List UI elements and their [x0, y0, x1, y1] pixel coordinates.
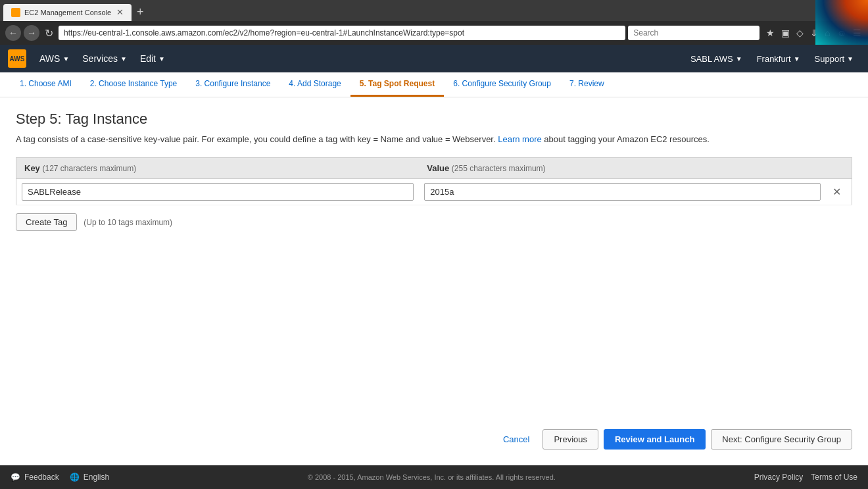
account-caret-icon: ▼ — [736, 55, 742, 63]
region-caret-icon: ▼ — [794, 55, 800, 63]
account-menu[interactable]: SABL AWS ▼ — [684, 54, 749, 64]
language-selector[interactable]: 🌐 English — [70, 473, 109, 482]
create-tag-hint: (Up to 10 tags maximum) — [84, 218, 172, 227]
aws-logo: AWS — [8, 49, 26, 68]
learn-more-link[interactable]: Learn more — [498, 134, 541, 144]
browser-tab[interactable]: EC2 Management Console ✕ — [3, 4, 132, 21]
page-footer: 💬 Feedback 🌐 English © 2008 - 2015, Amaz… — [0, 465, 868, 489]
step-5-tag-spot-request[interactable]: 5. Tag Spot Request — [350, 72, 444, 97]
terms-of-use-link[interactable]: Terms of Use — [811, 473, 857, 482]
support-caret-icon: ▼ — [847, 55, 854, 63]
services-caret-icon: ▼ — [120, 55, 127, 63]
browser-search-input[interactable] — [628, 26, 760, 40]
feedback-button[interactable]: 💬 Feedback — [11, 473, 59, 482]
address-bar[interactable] — [59, 26, 625, 40]
back-button[interactable]: ← — [5, 25, 21, 41]
feedback-icon: 💬 — [11, 473, 20, 482]
delete-tag-button[interactable]: ✕ — [831, 184, 842, 199]
step-4-add-storage[interactable]: 4. Add Storage — [279, 72, 350, 97]
step-navigation: 1. Choose AMI 2. Choose Instance Type 3.… — [0, 72, 868, 97]
pocket-icon[interactable]: ◇ — [795, 26, 805, 39]
privacy-policy-link[interactable]: Privacy Policy — [754, 473, 804, 482]
cancel-button[interactable]: Cancel — [495, 430, 537, 448]
aws-caret-icon: ▼ — [62, 55, 69, 63]
col-key-header: Key (127 characters maximum) — [16, 158, 420, 179]
review-launch-button[interactable]: Review and Launch — [604, 429, 706, 450]
edit-menu[interactable]: Edit ▼ — [133, 53, 172, 64]
tab-title: EC2 Management Console — [24, 9, 111, 16]
previous-button[interactable]: Previous — [542, 429, 598, 450]
step-1-choose-ami[interactable]: 1. Choose AMI — [11, 72, 81, 97]
step-3-configure-instance[interactable]: 3. Configure Instance — [186, 72, 279, 97]
copyright-text: © 2008 - 2015, Amazon Web Services, Inc.… — [308, 473, 556, 481]
step-2-choose-instance-type[interactable]: 2. Choose Instance Type — [81, 72, 187, 97]
new-tab-button[interactable]: + — [137, 5, 144, 19]
edit-caret-icon: ▼ — [158, 55, 165, 63]
aws-header: AWS AWS ▼ Services ▼ Edit ▼ SABL AWS ▼ F… — [0, 45, 868, 72]
support-menu[interactable]: Support ▼ — [808, 54, 860, 64]
reader-icon[interactable]: ▣ — [780, 26, 791, 39]
table-row: ✕ — [16, 179, 852, 205]
tag-table: Key (127 characters maximum) Value (255 … — [16, 157, 852, 205]
aws-label[interactable]: AWS ▼ — [33, 53, 76, 64]
globe-icon: 🌐 — [70, 473, 80, 482]
tab-close-icon[interactable]: ✕ — [116, 7, 124, 17]
forward-button[interactable]: → — [24, 25, 39, 41]
page-title: Step 5: Tag Instance — [16, 111, 852, 128]
col-action-header — [826, 158, 852, 179]
bookmark-icon[interactable]: ★ — [765, 26, 776, 39]
region-menu[interactable]: Frankfurt ▼ — [750, 54, 807, 64]
col-value-header: Value (255 characters maximum) — [419, 158, 825, 179]
page-description: A tag consists of a case-sensitive key-v… — [16, 134, 852, 144]
next-configure-security-button[interactable]: Next: Configure Security Group — [711, 429, 852, 450]
tab-favicon — [11, 8, 20, 17]
browser-decoration — [815, 0, 868, 45]
services-menu[interactable]: Services ▼ — [76, 53, 133, 64]
step-7-review[interactable]: 7. Review — [560, 72, 614, 97]
step-6-configure-security-group[interactable]: 6. Configure Security Group — [444, 72, 560, 97]
footer-actions: Cancel Previous Review and Launch Next: … — [495, 429, 852, 450]
tag-key-input[interactable] — [22, 183, 414, 201]
reload-button[interactable]: ↻ — [42, 27, 56, 39]
tag-value-input[interactable] — [424, 183, 820, 201]
create-tag-button[interactable]: Create Tag — [16, 213, 77, 231]
